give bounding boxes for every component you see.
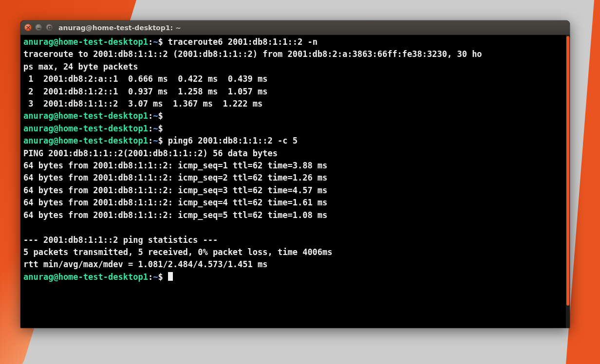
terminal-window: anurag@home-test-desktop1: ~ anurag@home… — [20, 20, 570, 328]
terminal-line: PING 2001:db8:1:1::2(2001:db8:1:1::2) 56… — [23, 147, 567, 160]
terminal-line: anurag@home-test-desktop1:~$ — [23, 110, 567, 122]
terminal-line: 3 2001:db8:1:1::2 3.07 ms 1.367 ms 1.222… — [23, 98, 567, 110]
terminal-line: 2 2001:db8:1:2::1 0.937 ms 1.258 ms 1.05… — [23, 86, 567, 98]
prompt-symbol: $ — [158, 136, 168, 146]
command-text: traceroute6 2001:db8:1:1::2 -n — [168, 37, 318, 47]
scrollbar-thumb[interactable] — [566, 36, 569, 306]
prompt-separator: : — [148, 111, 153, 121]
prompt-symbol: $ — [158, 124, 168, 133]
prompt-separator: : — [148, 37, 153, 47]
prompt-path: ~ — [153, 37, 158, 47]
minimize-icon[interactable] — [35, 24, 42, 31]
prompt-symbol: $ — [158, 111, 168, 121]
terminal-line: rtt min/avg/max/mdev = 1.081/2.484/4.573… — [23, 258, 567, 271]
prompt-path: ~ — [153, 136, 158, 146]
terminal-line: anurag@home-test-desktop1:~$ — [23, 123, 567, 135]
maximize-icon[interactable] — [46, 24, 53, 31]
svg-rect-0 — [48, 26, 51, 29]
terminal-line: anurag@home-test-desktop1:~$ traceroute6… — [23, 36, 567, 48]
prompt-path: ~ — [153, 272, 158, 282]
terminal-line: 64 bytes from 2001:db8:1:1::2: icmp_seq=… — [23, 209, 567, 221]
window-titlebar[interactable]: anurag@home-test-desktop1: ~ — [20, 20, 570, 35]
terminal-line: --- 2001:db8:1:1::2 ping statistics --- — [23, 234, 567, 246]
terminal-line: anurag@home-test-desktop1:~$ ping6 2001:… — [23, 135, 567, 147]
prompt-user: anurag@home-test-desktop1 — [23, 111, 148, 121]
prompt-user: anurag@home-test-desktop1 — [23, 37, 148, 47]
terminal-line: anurag@home-test-desktop1:~$ — [23, 271, 567, 283]
terminal-line — [23, 221, 567, 234]
prompt-symbol: $ — [158, 37, 168, 47]
prompt-user: anurag@home-test-desktop1 — [23, 124, 148, 133]
prompt-symbol: $ — [158, 272, 168, 282]
terminal-line: 64 bytes from 2001:db8:1:1::2: icmp_seq=… — [23, 160, 567, 172]
prompt-user: anurag@home-test-desktop1 — [23, 272, 148, 282]
prompt-separator: : — [148, 272, 153, 282]
terminal-line: ps max, 24 byte packets — [23, 61, 567, 73]
vertical-scrollbar[interactable] — [566, 35, 570, 328]
terminal-line: traceroute to 2001:db8:1:1::2 (2001:db8:… — [23, 48, 567, 60]
close-icon[interactable] — [24, 24, 32, 31]
prompt-separator: : — [148, 124, 153, 133]
wallpaper-accent-right — [566, 0, 600, 364]
terminal-body[interactable]: anurag@home-test-desktop1:~$ traceroute6… — [20, 35, 570, 328]
terminal-line: 1 2001:db8:2:a::1 0.666 ms 0.422 ms 0.43… — [23, 73, 567, 85]
terminal-line: 5 packets transmitted, 5 received, 0% pa… — [23, 246, 567, 258]
window-title: anurag@home-test-desktop1: ~ — [58, 24, 181, 32]
terminal-line: 64 bytes from 2001:db8:1:1::2: icmp_seq=… — [23, 172, 567, 184]
prompt-separator: : — [148, 136, 153, 146]
terminal-line: 64 bytes from 2001:db8:1:1::2: icmp_seq=… — [23, 184, 567, 197]
prompt-path: ~ — [153, 111, 158, 121]
cursor — [168, 272, 173, 281]
command-text: ping6 2001:db8:1:1::2 -c 5 — [168, 136, 298, 146]
terminal-line: 64 bytes from 2001:db8:1:1::2: icmp_seq=… — [23, 197, 567, 209]
terminal-output[interactable]: anurag@home-test-desktop1:~$ traceroute6… — [23, 36, 567, 283]
prompt-path: ~ — [153, 124, 158, 133]
prompt-user: anurag@home-test-desktop1 — [23, 136, 148, 146]
